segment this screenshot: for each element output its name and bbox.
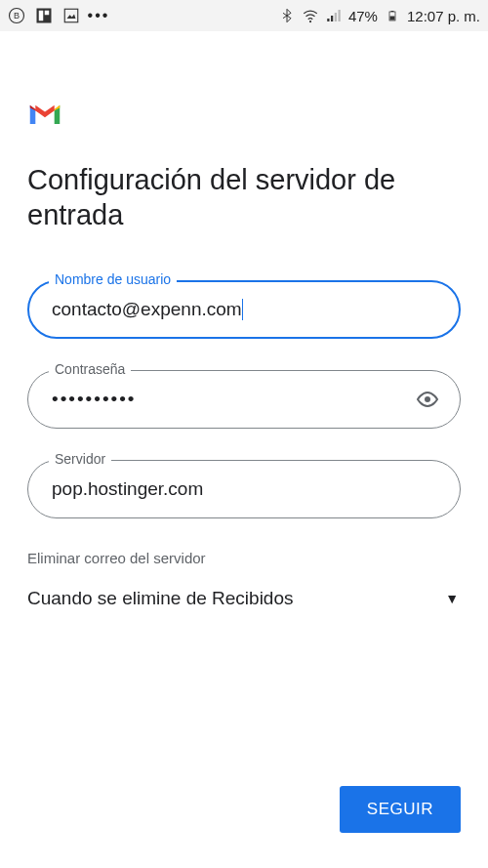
username-label: Nombre de usuario (49, 271, 177, 287)
server-field-group: Servidor pop.hostinger.com (27, 460, 461, 518)
password-label: Contraseña (49, 361, 131, 377)
bluetooth-icon (278, 7, 296, 24)
server-value: pop.hostinger.com (52, 478, 203, 499)
svg-rect-14 (389, 17, 394, 21)
svg-marker-6 (67, 15, 76, 20)
username-input[interactable]: contacto@expenn.com (27, 280, 461, 339)
svg-rect-8 (327, 19, 329, 21)
svg-rect-11 (338, 10, 340, 21)
svg-rect-13 (390, 11, 393, 12)
status-right-icons: 47% 12:07 p. m. (278, 7, 480, 24)
flipboard-icon (35, 7, 53, 24)
username-value: contacto@expenn.com (52, 299, 242, 320)
password-input[interactable]: •••••••••• (27, 370, 461, 429)
svg-rect-10 (335, 13, 337, 21)
password-field-group: Contraseña •••••••••• (27, 370, 461, 429)
svg-rect-3 (39, 11, 44, 21)
server-label: Servidor (49, 451, 111, 467)
delete-option-selected: Cuando se elimine de Recibidos (27, 588, 294, 609)
delete-option-dropdown[interactable]: Cuando se elimine de Recibidos ▼ (27, 584, 461, 621)
battery-icon (384, 7, 401, 24)
svg-point-7 (309, 21, 311, 22)
status-bar: B ••• 47% 12:07 p. m. (0, 0, 488, 31)
chevron-down-icon: ▼ (445, 591, 459, 606)
battery-percent: 47% (348, 8, 378, 24)
next-button[interactable]: SEGUIR (340, 786, 461, 833)
password-value: •••••••••• (52, 389, 137, 409)
status-time: 12:07 p. m. (407, 8, 480, 24)
svg-rect-5 (64, 9, 78, 22)
gmail-logo-icon (27, 100, 62, 127)
text-cursor (242, 299, 243, 320)
svg-point-15 (425, 396, 430, 402)
image-icon (62, 7, 80, 24)
signal-icon (325, 7, 343, 24)
server-input[interactable]: pop.hostinger.com (27, 460, 461, 518)
eye-icon[interactable] (416, 388, 439, 411)
wifi-icon (302, 7, 319, 24)
svg-text:B: B (14, 11, 20, 21)
page-title: Configuración del servidor de entrada (27, 162, 461, 233)
status-left-icons: B ••• (8, 7, 107, 24)
delete-section-label: Eliminar correo del servidor (27, 550, 461, 566)
more-icon: ••• (90, 7, 107, 24)
svg-rect-4 (45, 11, 50, 16)
circle-b-icon: B (8, 7, 25, 24)
svg-rect-9 (331, 16, 333, 21)
username-field-group: Nombre de usuario contacto@expenn.com (27, 280, 461, 339)
